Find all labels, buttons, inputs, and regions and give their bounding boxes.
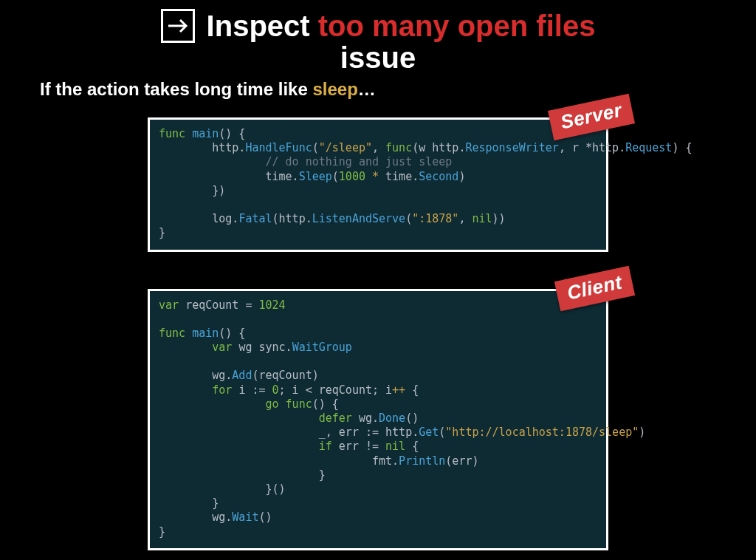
code-card-server: Server func main() { http.HandleFunc("/s… <box>148 117 608 252</box>
code-client: var reqCount = 1024 func main() { var wg… <box>159 298 597 539</box>
slide-title-row: Inspect too many open files <box>0 0 756 43</box>
slide-title: Inspect too many open files <box>207 9 596 43</box>
subtitle-suffix: … <box>358 79 376 99</box>
code-server: func main() { http.HandleFunc("/sleep", … <box>159 127 597 241</box>
slide-subtitle: If the action takes long time like sleep… <box>40 79 756 100</box>
slide-title-line2: issue <box>0 41 756 75</box>
title-phrase-error: too many open files <box>318 10 596 42</box>
title-word-issue: issue <box>340 41 416 74</box>
subtitle-highlight: sleep <box>312 79 357 99</box>
subtitle-prefix: If the action takes long time like <box>40 79 312 99</box>
arrow-icon <box>161 9 195 43</box>
code-card-client: Client var reqCount = 1024 func main() {… <box>148 289 608 550</box>
title-word-inspect: Inspect <box>207 10 310 42</box>
